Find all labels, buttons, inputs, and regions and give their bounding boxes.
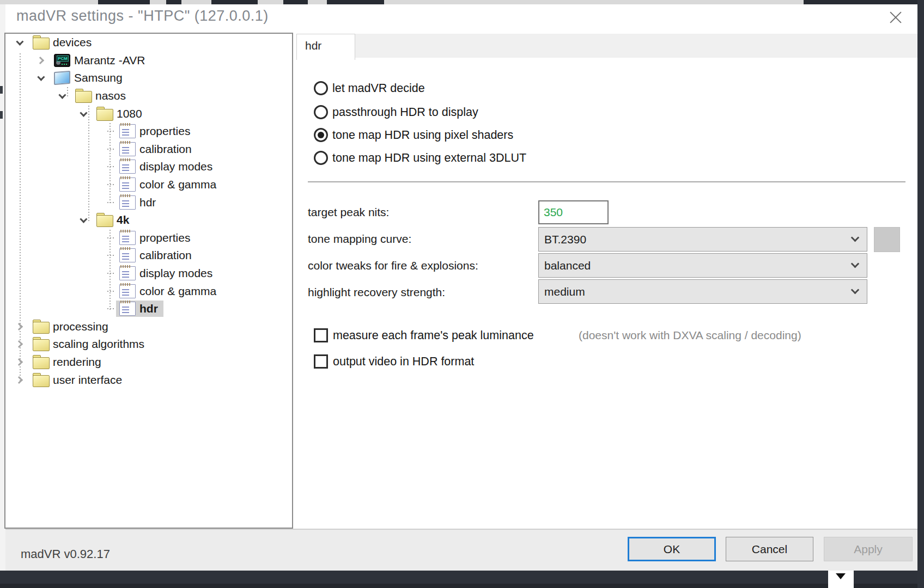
tree-item-label: devices [53,36,92,49]
radio-row-tone-map-hdr-using-pixel-shaders[interactable]: tone map HDR using pixel shaders [314,126,513,144]
chevron-collapsed-icon[interactable] [37,57,44,64]
screen: madVR settings - "HTPC" (127.0.0.1) devi… [0,0,924,588]
tree-item-properties[interactable]: properties [5,229,292,247]
tree-item-processing[interactable]: processing [5,318,292,336]
tree-item-1080[interactable]: 1080 [5,105,292,122]
chevron-expanded-icon[interactable] [58,91,66,99]
version-text: madVR v0.92.17 [21,546,110,563]
tree-item-display-modes[interactable]: display modes [5,265,292,283]
tree-item-label: color & gamma [139,178,216,191]
tree-item-display-modes[interactable]: display modes [5,158,292,176]
color-tweaks-select[interactable]: balanced [538,253,867,278]
chevron-collapsed-icon[interactable] [15,376,23,384]
settings-tree: devicesPCMMarantz -AVRSamsungnasos1080pr… [4,33,293,529]
measure-peak-luminance-label: measure each frame's peak luminance [333,329,534,342]
chevron-expanded-icon[interactable] [80,216,87,223]
radio-let-madvr-decide[interactable] [314,81,328,95]
tone-mapping-curve-side-button[interactable] [874,227,900,252]
tree-item-nasos[interactable]: nasos [5,87,292,105]
radio-label: passthrough HDR to display [332,106,478,119]
chevron-down-icon [851,286,860,295]
tree-item-user-interface[interactable]: user interface [5,371,292,389]
background-fragment [98,0,150,4]
tab-strip [355,34,917,58]
chevron-collapsed-icon[interactable] [15,323,23,330]
tree-item-hdr[interactable]: hdr [5,193,292,211]
folder-icon [96,213,113,227]
tree-item-color-gamma[interactable]: color & gamma [5,176,292,194]
doc-icon [119,177,136,192]
radio-tone-map-hdr-using-external-3dlut[interactable] [314,151,328,165]
cancel-button[interactable]: Cancel [726,537,813,561]
highlight-recovery-select[interactable]: medium [538,279,867,304]
output-hdr-format-row[interactable]: output video in HDR format [314,353,474,370]
folder-icon [96,107,113,121]
ok-button[interactable]: OK [628,537,716,561]
close-icon[interactable] [888,10,903,25]
tree-item-label: processing [53,320,108,333]
arrow-down-icon [836,573,846,579]
tone-mapping-curve-value: BT.2390 [544,233,586,246]
tree-guide-stub [107,291,114,292]
tree-guide-stub [107,202,114,203]
radio-tone-map-hdr-using-pixel-shaders[interactable] [314,128,328,142]
target-peak-nits-label: target peak nits: [308,204,389,221]
color-tweaks-label: color tweaks for fire & explosions: [308,257,478,274]
tree-item-devices[interactable]: devices [5,34,292,52]
highlight-recovery-label: highlight recovery strength: [308,284,445,301]
measure-peak-luminance-row[interactable]: measure each frame's peak luminance [314,327,534,344]
tone-mapping-curve-select[interactable]: BT.2390 [538,227,867,252]
doc-icon [119,231,136,245]
tree-guide [67,87,68,98]
tree-item-label: Marantz -AVR [74,54,145,67]
tab-hdr[interactable]: hdr [296,34,355,60]
tree-item-calibration[interactable]: calibration [5,140,292,158]
chevron-down-icon [851,260,860,268]
chevron-expanded-icon[interactable] [80,109,87,117]
dxva-note: (doesn't work with DXVA scaling / decodi… [579,327,801,344]
section-separator [308,181,905,182]
doc-icon [119,142,136,156]
color-tweaks-value: balanced [544,259,591,272]
tree-item-label: calibration [139,249,192,262]
tree-item-marantz-avr[interactable]: PCMMarantz -AVR [5,52,292,70]
radio-row-tone-map-hdr-using-external-3dlut[interactable]: tone map HDR using external 3DLUT [314,149,526,167]
doc-icon [119,160,136,174]
radio-label: tone map HDR using pixel shaders [332,128,513,142]
tree-item-color-gamma[interactable]: color & gamma [5,282,292,300]
monitor-icon [54,71,70,85]
radio-passthrough-hdr-to-display[interactable] [314,105,328,119]
tree-guide-stub [107,255,114,256]
tree-item-label: display modes [139,160,212,173]
radio-row-passthrough-hdr-to-display[interactable]: passthrough HDR to display [314,103,478,121]
tree-guide-stub [107,131,114,132]
doc-icon [119,248,136,262]
tree-item-label: properties [139,125,190,138]
tree-item-scaling-algorithms[interactable]: scaling algorithms [5,335,292,353]
chevron-expanded-icon[interactable] [16,38,23,46]
tree-item-hdr[interactable]: hdr [5,300,292,318]
background-fragment [0,86,3,94]
tone-mapping-curve-label: tone mapping curve: [308,230,411,248]
chevron-expanded-icon[interactable] [37,74,45,81]
output-hdr-format-checkbox[interactable] [314,354,328,369]
doc-icon [119,284,136,298]
folder-icon [33,320,49,334]
background-fragment [283,0,308,4]
radio-label: tone map HDR using external 3DLUT [332,151,526,165]
tree-item-samsung[interactable]: Samsung [5,69,292,87]
background-scroll-down-button[interactable] [828,571,854,588]
tree-item-calibration[interactable]: calibration [5,247,292,265]
background-bottom-strip-dark [0,584,924,588]
tree-item-properties[interactable]: properties [5,122,292,140]
chevron-collapsed-icon[interactable] [15,358,23,366]
tree-item-label: scaling algorithms [53,338,144,351]
tree-item-rendering[interactable]: rendering [5,353,292,371]
tree-item-4k[interactable]: 4k [5,211,292,229]
chevron-collapsed-icon[interactable] [15,340,23,348]
tree-item-label: rendering [53,356,101,369]
tree-guide-stub [107,184,114,185]
radio-row-let-madvr-decide[interactable]: let madVR decide [314,79,425,97]
measure-peak-luminance-checkbox[interactable] [314,328,328,342]
target-peak-nits-input[interactable] [538,200,609,224]
